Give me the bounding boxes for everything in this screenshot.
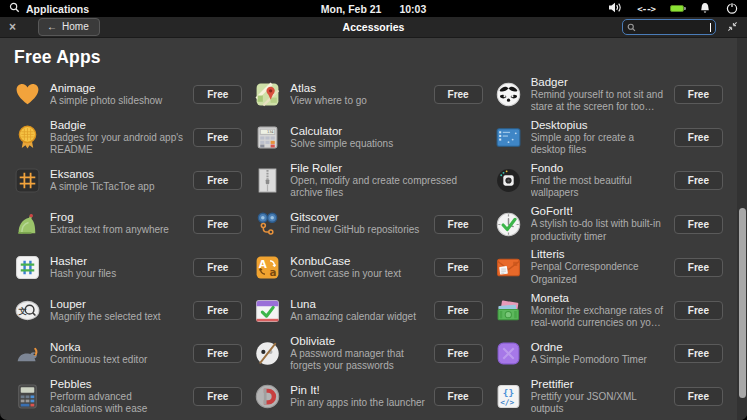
case-convert-icon: Aa [254,254,281,281]
app-description: Open, modify and create compressed archi… [290,175,482,200]
app-list-item[interactable]: GitscoverFind new GitHub repositoriesFre… [254,203,482,246]
date-label: Mon, Feb 21 [321,3,382,15]
app-list-item[interactable]: LitterisPenpal Correspondence OrganizedF… [495,246,723,289]
free-button[interactable]: Free [434,85,483,104]
app-list-item[interactable]: EksanosA simple TicTacToe appFree [14,159,242,202]
app-list-item[interactable]: NorkaContinuous text editorFree [14,332,242,375]
app-name: Atlas [290,82,425,94]
free-button[interactable]: Free [674,387,723,406]
bell-icon[interactable] [699,2,711,16]
free-button[interactable]: Free [193,387,242,406]
power-icon[interactable] [726,2,738,16]
close-icon[interactable]: × [9,21,16,33]
scrollbar-thumb[interactable] [739,208,746,398]
free-button[interactable]: Free [674,301,723,320]
svg-text:A: A [259,258,267,270]
free-button[interactable]: Free [193,215,242,234]
app-list-item[interactable]: FondoFind the most beautiful wallpapersF… [495,159,723,202]
free-button[interactable]: Free [434,215,483,234]
app-name: Obliviate [290,335,425,347]
app-name: Badgie [50,119,185,131]
app-description: Perform advanced calculations with ease [50,391,185,416]
ethernet-icon[interactable]: <--> [637,4,655,14]
app-list-item[interactable]: FrogExtract text from anywhereFree [14,203,242,246]
app-list-item[interactable]: Pin It!Pin any apps into the launcherFre… [254,375,482,418]
free-button[interactable]: Free [674,344,723,363]
code-format-icon: {}</> [495,383,522,410]
app-list-item[interactable]: {}</>PrettifierPrettify your JSON/XML ou… [495,375,723,418]
app-description: Badges for your android app's README [50,132,185,157]
app-description: Magnify the selected text [50,311,185,324]
map-pin-icon [254,81,281,108]
page-title: Free Apps [0,38,747,73]
system-status-area[interactable]: <--> [608,2,738,16]
free-button[interactable]: Free [193,344,242,363]
binoculars-branch-icon [254,211,281,238]
scrollbar-track[interactable] [737,38,747,420]
app-name: File Roller [290,162,482,174]
free-button[interactable]: Free [434,258,483,277]
search-input-box[interactable] [622,19,716,35]
free-button[interactable]: Free [434,387,483,406]
app-list-item[interactable]: HasherHash your filesFree [14,246,242,289]
app-description: Hash your files [50,268,185,281]
envelope-icon [495,254,522,281]
free-button[interactable]: Free [193,171,242,190]
battery-icon[interactable] [670,5,684,12]
unmaximize-icon[interactable] [727,18,738,36]
app-list-item[interactable]: AaKonbuCaseConvert case in your textFree [254,246,482,289]
app-name: Frog [50,211,185,223]
volume-icon[interactable] [608,2,622,15]
svg-text:134: 134 [267,131,274,135]
applications-menu[interactable]: Applications [9,2,89,15]
app-name: Gitscover [290,211,425,223]
app-list-item[interactable]: GoForIt!A stylish to-do list with built-… [495,203,723,246]
app-list-item[interactable]: 134CalculatorSolve simple equations [254,116,482,159]
heart-icon [14,81,41,108]
app-name: Ordne [531,341,666,353]
app-description: Prettify your JSON/XML outputs [531,391,666,416]
app-list-item[interactable]: MonetaMonitor the exchange rates of real… [495,289,723,332]
free-button[interactable]: Free [674,215,723,234]
free-button[interactable]: Free [193,301,242,320]
app-list-item[interactable]: LunaAn amazing calendar widgetFree [254,289,482,332]
app-list-item[interactable]: BadgieBadges for your android app's READ… [14,116,242,159]
app-list-item[interactable]: AnimageA simple photo slideshowFree [14,73,242,116]
app-name: Animage [50,82,185,94]
app-list-item[interactable]: OrdneA Simple Pomodoro TimerFree [495,332,723,375]
app-description: A password manager that forgets your pas… [290,348,425,373]
seal-icon [14,340,41,367]
home-button[interactable]: ← Home [38,18,100,36]
monitor-icon [495,124,522,151]
desktop-screen: Applications Mon, Feb 21 10:03 <--> × ← … [0,0,747,420]
app-name: Hasher [50,255,185,267]
app-list-item[interactable]: PebblesPerform advanced calculations wit… [14,375,242,418]
frog-icon [14,211,41,238]
free-button[interactable]: Free [434,344,483,363]
camera-icon [495,167,522,194]
magnifier-text-icon: 文 [14,297,41,324]
app-description: Monitor the exchange rates of real-world… [531,305,666,330]
svg-text:</>: </> [500,398,514,407]
app-list-item[interactable]: DesktopiusSimple app for create a deskto… [495,116,723,159]
free-button[interactable]: Free [193,85,242,104]
app-list-item[interactable]: BadgerRemind yourself to not sit and sta… [495,73,723,116]
free-button[interactable]: Free [674,85,723,104]
pomodoro-square-icon [495,340,522,367]
free-button[interactable]: Free [434,301,483,320]
free-button[interactable]: Free [674,171,723,190]
clock[interactable]: Mon, Feb 21 10:03 [321,3,427,15]
app-list-item[interactable]: AtlasView where to goFree [254,73,482,116]
app-name: Louper [50,298,185,310]
app-list-item[interactable]: 文LouperMagnify the selected textFree [14,289,242,332]
app-list-item[interactable]: File RollerOpen, modify and create compr… [254,159,482,202]
free-button[interactable]: Free [674,258,723,277]
tictactoe-grid-icon [14,167,41,194]
badger-face-icon [495,81,522,108]
system-top-bar: Applications Mon, Feb 21 10:03 <--> [0,0,747,17]
free-button[interactable]: Free [674,128,723,147]
app-name: GoForIt! [531,205,666,217]
free-button[interactable]: Free [193,258,242,277]
app-list-item[interactable]: ObliviateA password manager that forgets… [254,332,482,375]
free-button[interactable]: Free [193,128,242,147]
